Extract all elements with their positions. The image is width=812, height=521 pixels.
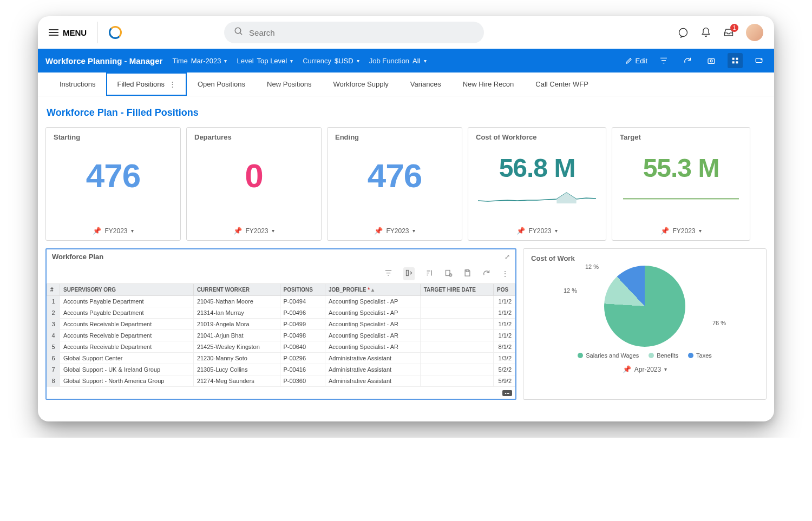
menu-label: MENU <box>63 28 87 37</box>
filter-icon[interactable] <box>656 53 671 68</box>
table-cell: P-00498 <box>280 330 325 341</box>
table-cell: Accounting Specialist - AP <box>325 307 420 319</box>
svg-point-0 <box>235 28 241 34</box>
pin-icon: 📌 <box>516 227 525 235</box>
menu-button[interactable]: MENU <box>49 28 87 37</box>
table-cell <box>420 364 493 375</box>
col-profile[interactable]: JOB_PROFILE * <box>325 284 420 296</box>
table-cell: 5/2/2 <box>494 364 515 375</box>
chat-icon[interactable] <box>678 27 689 38</box>
search-input[interactable] <box>249 28 474 37</box>
kpi-value: 56.8 M <box>476 153 598 183</box>
pie-foot[interactable]: 📌Apr-2023▾ <box>531 365 758 373</box>
table-cell <box>420 319 493 330</box>
table-row[interactable]: 6Global Support Center21230-Manny SotoP-… <box>47 353 515 364</box>
save-icon[interactable] <box>463 269 472 279</box>
filter-job[interactable]: Job FunctionAll▾ <box>369 57 427 65</box>
table-cell: Accounting Specialist - AR <box>325 330 420 341</box>
tab-open-positions[interactable]: Open Positions <box>187 72 256 96</box>
chevron-down-icon: ▾ <box>412 228 415 234</box>
pie-pct-taxes: 12 % <box>585 263 599 270</box>
svg-rect-7 <box>732 61 735 63</box>
col-org[interactable]: SUPERVISORY ORG <box>60 284 194 296</box>
avatar[interactable] <box>746 24 763 41</box>
table-row[interactable]: 2Accounts Payable Department21314-Ian Mu… <box>47 307 515 319</box>
filter-currency[interactable]: Currency$USD▾ <box>303 57 359 65</box>
kpi-foot[interactable]: 📌FY2023▾ <box>335 227 454 235</box>
kpi-value: 476 <box>54 156 173 195</box>
table-cell: 21019-Angela Mora <box>193 319 280 330</box>
table-cell: Accounting Specialist - AP <box>325 296 420 307</box>
svg-rect-6 <box>736 58 738 60</box>
table-cell: Administrative Assistant <box>325 364 420 375</box>
bell-icon[interactable] <box>700 27 711 38</box>
legend-salaries[interactable]: Salaries and Wages <box>578 352 639 359</box>
table-card: Workforce Plan ⤢ ⋮ # SUPERVISORY ORG <box>45 248 516 400</box>
kpi-label: Starting <box>54 133 173 141</box>
edit-button[interactable]: Edit <box>625 57 647 65</box>
grid-icon[interactable] <box>728 53 743 68</box>
tab-menu-icon[interactable]: ⋮ <box>169 80 176 88</box>
tab-filled-positions[interactable]: Filled Positions⋮ <box>106 72 186 96</box>
svg-rect-3 <box>708 59 715 64</box>
workday-logo-icon[interactable] <box>109 26 122 39</box>
table-cell: 6 <box>47 353 60 364</box>
chevron-down-icon: ▾ <box>424 58 427 64</box>
table-row[interactable]: 8Global Support - North America Group212… <box>47 375 515 387</box>
inbox-icon[interactable]: 1 <box>723 27 734 38</box>
table-cell: Global Support Center <box>60 353 194 364</box>
hamburger-icon <box>49 29 58 36</box>
filter-rows-icon[interactable] <box>384 269 392 279</box>
filter-level[interactable]: LevelTop Level▾ <box>237 57 293 65</box>
tab-instructions[interactable]: Instructions <box>49 72 106 96</box>
table-title: Workforce Plan <box>52 253 103 261</box>
table-cell: Global Support - North America Group <box>60 375 194 387</box>
reload-icon[interactable] <box>482 269 490 279</box>
camera-icon[interactable] <box>704 53 719 68</box>
inbox-badge: 1 <box>730 24 738 32</box>
table-cell: 1/3/2 <box>494 353 515 364</box>
kpi-label: Cost of Workforce <box>476 133 598 141</box>
table-cell <box>420 296 493 307</box>
tab-workforce-supply[interactable]: Workforce Supply <box>322 72 399 96</box>
table-row[interactable]: 3Accounts Receivable Department21019-Ang… <box>47 319 515 330</box>
tab-variances[interactable]: Variances <box>400 72 452 96</box>
refresh-icon[interactable] <box>680 53 695 68</box>
kpi-foot[interactable]: 📌FY2023▾ <box>194 227 313 235</box>
table-cell: 8 <box>47 375 60 387</box>
col-worker[interactable]: CURRENT WORKER <box>193 284 280 296</box>
more-icon[interactable]: ⋮ <box>501 269 509 278</box>
tab-new-hire-recon[interactable]: New Hire Recon <box>452 72 525 96</box>
kpi-value: 55.3 M <box>620 153 742 183</box>
remove-col-icon[interactable] <box>444 269 453 279</box>
col-num[interactable]: # <box>47 284 60 296</box>
present-icon[interactable] <box>751 53 767 68</box>
table-row[interactable]: 1Accounts Payable Department21045-Nathan… <box>47 296 515 307</box>
chevron-down-icon: ▾ <box>699 228 702 234</box>
table-row[interactable]: 7Global Support - UK & Ireland Group2130… <box>47 364 515 375</box>
kpi-foot[interactable]: 📌FY2023▾ <box>54 227 173 235</box>
kpi-label: Departures <box>194 133 313 141</box>
table-row[interactable]: 4Accounts Receivable Department21041-Arj… <box>47 330 515 341</box>
legend-benefits[interactable]: Benefits <box>649 352 678 359</box>
table-cell: 4 <box>47 330 60 341</box>
table-cell: Accounts Payable Department <box>60 307 194 319</box>
table-row[interactable]: 5Accounts Receivable Department21425-Wes… <box>47 341 515 353</box>
kpi-foot[interactable]: 📌FY2023▾ <box>620 227 742 235</box>
col-pos[interactable]: POS <box>494 284 515 296</box>
expand-icon[interactable]: ⤢ <box>505 253 510 261</box>
filter-time[interactable]: TimeMar-2023▾ <box>172 57 227 65</box>
kpi-value: 0 <box>194 156 313 195</box>
kpi-foot[interactable]: 📌FY2023▾ <box>476 227 598 235</box>
table-cell: 8/1/2 <box>494 341 515 353</box>
legend-taxes[interactable]: Taxes <box>688 352 712 359</box>
col-hire[interactable]: TARGET HIRE DATE <box>420 284 493 296</box>
tab-call-center-wfp[interactable]: Call Center WFP <box>525 72 599 96</box>
tab-new-positions[interactable]: New Positions <box>256 72 322 96</box>
table-cell: Accounts Payable Department <box>60 296 194 307</box>
columns-icon[interactable] <box>403 267 415 280</box>
kpi-departures: Departures 0 📌FY2023▾ <box>186 127 322 241</box>
sort-icon[interactable] <box>425 269 434 279</box>
search-box[interactable] <box>224 22 484 43</box>
col-positions[interactable]: POSITIONS <box>280 284 325 296</box>
